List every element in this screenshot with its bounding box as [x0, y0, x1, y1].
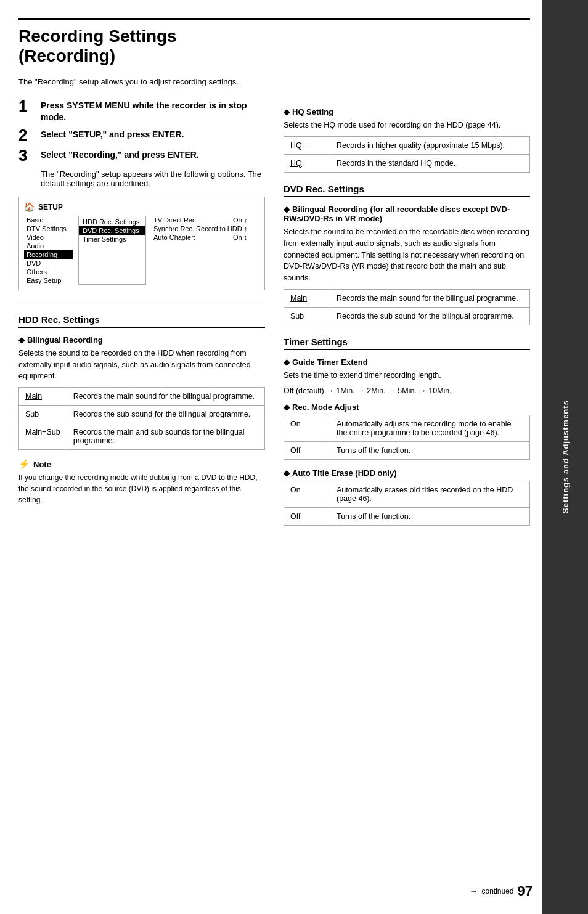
step-number-1: 1 — [18, 98, 41, 114]
option-hq: HQ — [284, 155, 330, 173]
option-hq-plus: HQ+ — [284, 137, 330, 155]
detail-synchro: Synchro Rec.: Record to HDD ↕ — [151, 224, 250, 233]
detail-auto-chapter: Auto Chapter: On ↕ — [151, 233, 250, 242]
page-title: Recording Settings(Recording) — [18, 18, 530, 66]
table-row: Off Turns off the function. — [284, 441, 530, 459]
timer-section-title: Timer Settings — [284, 337, 530, 350]
desc-on-auto: Automatically erases old titles recorded… — [330, 481, 530, 507]
guide-timer-formula: Off (default) → 1Min. → 2Min. → 5Min. → … — [284, 386, 530, 395]
page-number: 97 — [518, 883, 533, 899]
setup-box: 🏠 SETUP Basic DTV Settings Video Audio R… — [18, 197, 265, 290]
option-main-sub: Main+Sub — [19, 423, 67, 450]
step-text-2: Select "SETUP," and press ENTER. — [41, 129, 184, 140]
rec-mode-table: On Automatically adjusts the recording m… — [284, 415, 530, 460]
intro-text: The "Recording" setup allows you to adju… — [18, 77, 530, 86]
option-sub-dvd: Sub — [284, 307, 330, 325]
step-3: 3 Select "Recording," and press ENTER. — [18, 149, 265, 163]
note-label: Note — [33, 460, 51, 469]
continued-text: continued — [481, 887, 513, 896]
hdd-bilingual-table: Main Records the main sound for the bili… — [18, 387, 265, 450]
continued-line: → continued 97 — [469, 883, 533, 899]
table-row: Main Records the main sound for the bili… — [19, 388, 265, 406]
menu-basic[interactable]: Basic — [24, 216, 73, 224]
setup-detail: TV Direct Rec.: On ↕ Synchro Rec.: Recor… — [151, 216, 250, 285]
table-row: Main Records the main sound for the bili… — [284, 289, 530, 307]
sidebar-label: Settings and Adjustments — [561, 401, 570, 514]
option-on-auto: On — [284, 481, 330, 507]
table-row: HQ Records in the standard HQ mode. — [284, 155, 530, 173]
step-number-2: 2 — [18, 127, 41, 143]
detail-tv-direct: TV Direct Rec.: On ↕ — [151, 216, 250, 224]
auto-title-table: On Automatically erases old titles recor… — [284, 481, 530, 526]
table-row: On Automatically erases old titles recor… — [284, 481, 530, 507]
step-text-1: Press SYSTEM MENU while the recorder is … — [41, 100, 265, 122]
note-text: If you change the recording mode while d… — [18, 472, 265, 505]
dvd-bilingual-body: Selects the sound to be recorded on the … — [284, 226, 530, 284]
desc-off-rec: Turns off the function. — [330, 441, 530, 459]
desc-sub: Records the sub sound for the bilingual … — [67, 406, 264, 423]
desc-hq-plus: Records in higher quality (approximate 1… — [330, 137, 530, 155]
dvd-bilingual-title: Bilingual Recording (for all recordable … — [284, 205, 530, 223]
note-header: ⚡ Note — [18, 459, 265, 470]
table-row: Off Turns off the function. — [284, 507, 530, 525]
setup-menu: Basic DTV Settings Video Audio Recording… — [24, 216, 73, 285]
note-box: ⚡ Note If you change the recording mode … — [18, 459, 265, 505]
step-2: 2 Select "SETUP," and press ENTER. — [18, 129, 265, 143]
menu-audio[interactable]: Audio — [24, 242, 73, 250]
submenu-dvd-rec[interactable]: DVD Rec. Settings — [79, 226, 145, 235]
note-icon: ⚡ — [18, 459, 30, 470]
option-on-rec: On — [284, 415, 330, 441]
hdd-rec-section-title: HDD Rec. Settings — [18, 314, 265, 328]
sidebar: Settings and Adjustments — [542, 0, 588, 914]
option-sub: Sub — [19, 406, 67, 423]
setup-icon: 🏠 — [24, 202, 35, 212]
table-row: On Automatically adjusts the recording m… — [284, 415, 530, 441]
option-main-dvd: Main — [284, 289, 330, 307]
menu-easy-setup[interactable]: Easy Setup — [24, 276, 73, 285]
step-1: 1 Press SYSTEM MENU while the recorder i… — [18, 100, 265, 122]
menu-video[interactable]: Video — [24, 233, 73, 242]
desc-sub-dvd: Records the sub sound for the bilingual … — [330, 307, 530, 325]
menu-dvd[interactable]: DVD — [24, 259, 73, 267]
hq-setting-title: HQ Setting — [284, 107, 530, 116]
desc-main-dvd: Records the main sound for the bilingual… — [330, 289, 530, 307]
desc-main-sub: Records the main and sub sounds for the … — [67, 423, 264, 450]
table-row: Sub Records the sub sound for the biling… — [19, 406, 265, 423]
auto-title-erase-title: Auto Title Erase (HDD only) — [284, 468, 530, 478]
step-3-subtext: The "Recording" setup appears with the f… — [41, 169, 265, 188]
table-row: Sub Records the sub sound for the biling… — [284, 307, 530, 325]
guide-timer-title: Guide Timer Extend — [284, 357, 530, 367]
setup-submenu: HDD Rec. Settings DVD Rec. Settings Time… — [78, 216, 146, 285]
divider-1 — [18, 303, 265, 303]
rec-mode-adjust-title: Rec. Mode Adjust — [284, 402, 530, 412]
menu-recording[interactable]: Recording — [24, 250, 73, 259]
table-row: Main+Sub Records the main and sub sounds… — [19, 423, 265, 450]
bilingual-recording-body: Selects the sound to be recorded on the … — [18, 348, 265, 382]
bilingual-recording-title: Bilingual Recording — [18, 335, 265, 345]
option-off-auto: Off — [284, 507, 330, 525]
desc-hq: Records in the standard HQ mode. — [330, 155, 530, 173]
submenu-hdd-rec[interactable]: HDD Rec. Settings — [79, 218, 145, 226]
option-off-rec: Off — [284, 441, 330, 459]
desc-on-rec: Automatically adjusts the recording mode… — [330, 415, 530, 441]
menu-others[interactable]: Others — [24, 267, 73, 276]
dvd-bilingual-table: Main Records the main sound for the bili… — [284, 289, 530, 325]
continued-arrow: → — [469, 886, 478, 896]
hq-setting-body: Selects the HQ mode used for recording o… — [284, 120, 530, 131]
dvd-rec-section-title: DVD Rec. Settings — [284, 184, 530, 197]
guide-timer-body: Sets the time to extend timer recording … — [284, 370, 530, 382]
table-row: HQ+ Records in higher quality (approxima… — [284, 137, 530, 155]
step-number-3: 3 — [18, 147, 41, 163]
option-main: Main — [19, 388, 67, 406]
setup-header-label: SETUP — [38, 203, 63, 211]
menu-dtv[interactable]: DTV Settings — [24, 224, 73, 233]
desc-off-auto: Turns off the function. — [330, 507, 530, 525]
hq-table: HQ+ Records in higher quality (approxima… — [284, 136, 530, 173]
step-text-3: Select "Recording," and press ENTER. — [41, 149, 199, 160]
desc-main: Records the main sound for the bilingual… — [67, 388, 264, 406]
submenu-timer[interactable]: Timer Settings — [79, 235, 145, 243]
